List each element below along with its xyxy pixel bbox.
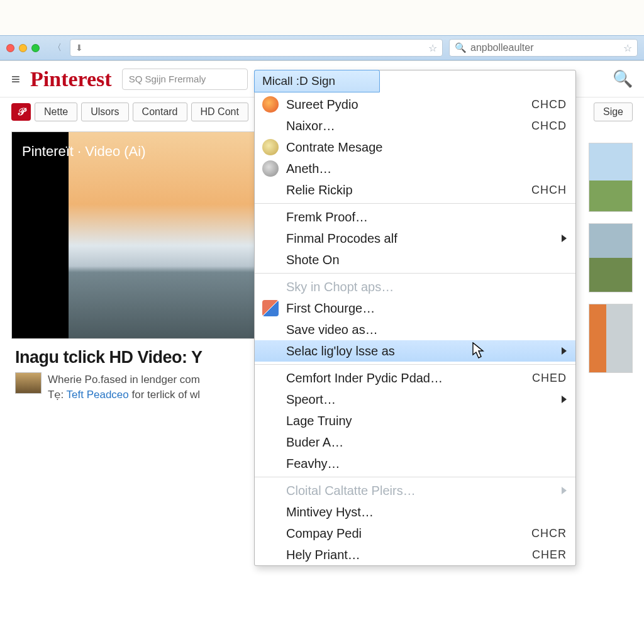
sidebar-thumbs [589,131,633,402]
context-menu-item: Cloital Caltatte Pleirs… [255,480,575,501]
article-line1: Wherie Po.fased in lendger com [48,374,200,386]
context-menu-separator [255,364,575,365]
nav-pill-1[interactable]: Ulsors [81,103,128,121]
search-star-icon[interactable]: ☆ [623,42,632,54]
context-menu-item[interactable]: Naixor…CHCD [255,115,575,136]
nav-pill-2[interactable]: Contard [133,103,187,121]
browser-toolbar: 〈 ⬇ ☆ 🔍 anpbolleaulter ☆ [0,35,644,60]
context-menu-item[interactable]: Buder A… [255,431,575,453]
maximize-window-button[interactable] [31,44,40,52]
search-text: anpbolleaulter [470,42,619,53]
context-menu-item[interactable]: Aneth… [255,158,575,179]
article-thumb [15,372,42,394]
context-menu-item[interactable]: Relie RickipCHCH [255,179,575,201]
chevron-right-icon [562,487,567,494]
context-menu: Micall :D Sign Sureet PydioCHCDNaixor…CH… [254,70,576,566]
context-menu-separator [255,477,575,477]
pencil-icon [262,300,279,316]
context-menu-item[interactable]: Feavhy… [255,453,575,474]
shortcut-label: CHCR [531,527,567,540]
nav-logo-pill[interactable]: 𝒫 [11,103,31,121]
shortcut-label: CHCD [531,98,567,111]
context-menu-item-label: Aneth… [286,162,331,176]
site-search-input[interactable]: SQ Sgijn Frermaly [122,69,248,90]
context-menu-item[interactable]: Speort… [255,389,575,410]
chevron-right-icon [562,347,567,355]
shortcut-label: CHCH [531,184,567,197]
mouse-cursor-icon [472,342,486,362]
globe-icon [262,139,279,155]
video-pillarbox [12,132,69,338]
search-icon: 🔍 [455,42,467,53]
context-menu-separator [255,273,575,274]
context-menu-item-label: Hely Priant… [286,548,360,562]
nav-pill-0[interactable]: Nette [35,103,77,121]
article-body: Wherie Po.fased in lendger com Tẹ: Teft … [48,372,200,402]
context-menu-item-label: Lage Truiny [286,414,352,428]
context-menu-item[interactable]: Selac lig'loy lsse as [255,340,575,362]
context-menu-item[interactable]: First Chourge… [255,297,575,319]
window-controls [6,44,45,52]
side-thumb-1[interactable] [589,143,633,212]
article-prefix: Tẹ: [48,389,67,401]
context-menu-item[interactable]: Hely Priant…CHER [255,544,575,565]
article-suffix: for terlick of wl [129,389,200,401]
context-menu-item-label: Save video as… [286,323,378,337]
context-menu-item-label: First Chourge… [286,301,375,316]
menu-icon[interactable]: ≡ [11,70,20,88]
minimize-window-button[interactable] [19,44,27,52]
context-menu-item-label: Speort… [286,392,336,407]
context-menu-item-label: Relie Rickip [286,183,353,197]
context-menu-item[interactable]: Mintivey Hyst… [255,501,575,523]
chevron-right-icon [562,396,567,403]
context-menu-item[interactable]: Finmal Procodes alf [255,228,575,249]
context-menu-item-label: Selac lig'loy lsse as [286,344,395,358]
download-icon: ⬇ [75,43,83,53]
address-bar[interactable]: ⬇ ☆ [70,39,443,57]
context-menu-item-label: Feavhy… [286,457,340,471]
context-menu-header: Micall :D Sign [254,70,380,92]
fox-icon [262,96,279,113]
side-thumb-2[interactable] [589,223,633,292]
context-menu-item-label: Shote On [286,253,340,267]
article-link[interactable]: Teft Peadceo [67,389,129,401]
nav-pill-4[interactable]: Sige [594,103,633,121]
context-menu-item-label: Contrate Mesage [286,140,382,155]
nav-pill-3[interactable]: HD Cont [191,103,248,121]
close-window-button[interactable] [6,44,14,52]
side-thumb-3[interactable] [589,304,633,373]
context-menu-item-label: Naixor… [286,119,335,133]
context-menu-separator [255,203,575,204]
context-menu-item[interactable]: Cemfort Inder Pydic Pdad…CHED [255,367,575,389]
context-menu-item-label: Buder A… [286,435,343,450]
shortcut-label: CHCD [531,119,567,133]
shortcut-label: CHED [532,372,567,385]
context-menu-item[interactable]: Sureet PydioCHCD [255,94,575,115]
context-menu-item[interactable]: Fremk Proof… [255,206,575,228]
context-menu-item: Sky in Chopt aps… [255,276,575,297]
bookmark-star-icon[interactable]: ☆ [428,42,437,54]
context-menu-item-label: Fremk Proof… [286,210,368,225]
context-menu-item-label: Finmal Procodes alf [286,231,397,246]
context-menu-item[interactable]: Save video as… [255,319,575,340]
context-menu-item-label: Mintivey Hyst… [286,505,374,519]
chevron-right-icon [562,235,567,242]
back-button[interactable]: 〈 [51,42,64,54]
video-overlay-title: Pintereït · Video (Ai) [22,143,145,160]
brand-logo[interactable]: Pinterest [30,67,112,91]
header-search-icon[interactable]: 🔍 [613,69,633,89]
context-menu-item-label: Cemfort Inder Pydic Pdad… [286,371,443,386]
context-menu-item[interactable]: Compay PediCHCR [255,523,575,544]
context-menu-item-label: Sureet Pydio [286,97,358,112]
shortcut-label: CHER [532,548,567,562]
grey-icon [262,160,279,177]
context-menu-item-label: Sky in Chopt aps… [286,280,394,294]
context-menu-item[interactable]: Contrate Mesage [255,136,575,158]
context-menu-item[interactable]: Shote On [255,249,575,270]
site-search-placeholder: SQ Sgijn Frermaly [129,74,206,84]
context-menu-item-label: Compay Pedi [286,526,362,541]
browser-search-field[interactable]: 🔍 anpbolleaulter ☆ [449,39,638,57]
context-menu-item-label: Cloital Caltatte Pleirs… [286,484,416,498]
context-menu-item[interactable]: Lage Truiny [255,410,575,431]
